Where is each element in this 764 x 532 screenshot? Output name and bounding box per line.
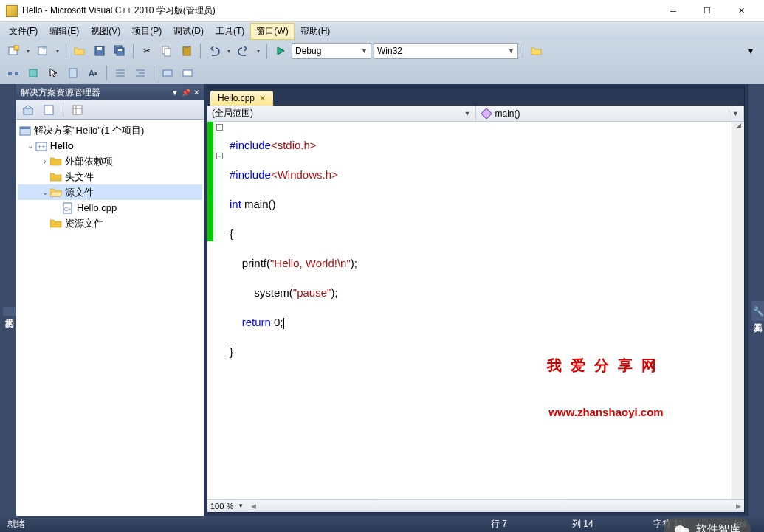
add-item-icon[interactable]: + <box>34 42 52 60</box>
svg-rect-28 <box>481 108 492 119</box>
expand-icon[interactable]: › <box>40 157 50 165</box>
tree-sources[interactable]: ⌄源文件 <box>18 184 202 200</box>
method-icon <box>481 108 492 120</box>
platform-combo[interactable]: Win32▼ <box>374 43 518 59</box>
dropdown-icon[interactable]: ▼ <box>255 49 262 54</box>
paste-icon[interactable] <box>178 42 196 60</box>
open-icon[interactable] <box>71 42 89 60</box>
folder-icon <box>50 171 62 183</box>
tree-ext-deps[interactable]: ›外部依赖项 <box>18 153 202 169</box>
svg-rect-8 <box>118 49 122 51</box>
tree-project[interactable]: ⌄++Hello <box>18 138 202 153</box>
folder-icon <box>50 218 62 229</box>
svg-rect-20 <box>44 106 53 114</box>
menu-tools[interactable]: 工具(T) <box>210 23 250 40</box>
class-view-icon[interactable] <box>4 64 22 82</box>
save-all-icon[interactable] <box>111 42 128 60</box>
menu-debug[interactable]: 调试(D) <box>168 23 210 40</box>
panel-title: 解决方案资源管理器 <box>21 86 100 99</box>
titlebar: Hello - Microsoft Visual C++ 2010 学习版(管理… <box>0 0 764 22</box>
dropdown-icon[interactable]: ▼ <box>225 49 233 54</box>
right-dock-toolbox[interactable]: 🔧工具箱 <box>748 84 764 516</box>
new-project-icon[interactable] <box>4 42 22 60</box>
editor-navbar: (全局范围)▼ main()▼ <box>207 106 744 122</box>
status-line: 行 7 <box>491 518 535 531</box>
svg-rect-21 <box>73 106 82 114</box>
show-all-icon[interactable] <box>40 101 58 119</box>
status-ready: 就绪 <box>7 518 52 531</box>
code-content[interactable]: #include<stdio.h> #include<Windows.h> in… <box>230 122 732 499</box>
svg-rect-23 <box>20 127 30 129</box>
indent-less-icon[interactable] <box>111 64 129 82</box>
svg-rect-10 <box>165 49 171 56</box>
find-icon[interactable] <box>528 42 546 60</box>
panel-header: 解决方案资源管理器 ▼ 📌 ✕ <box>16 84 204 100</box>
redo-icon[interactable] <box>235 42 252 60</box>
start-debug-icon[interactable] <box>272 42 289 60</box>
zoom-bar: 100 % ▼ ◀ ▶ <box>207 499 744 512</box>
member-combo[interactable]: main()▼ <box>476 106 745 121</box>
fold-margin[interactable]: - - <box>213 122 230 499</box>
dropdown-icon[interactable]: ▼ <box>24 49 32 54</box>
tree-resources[interactable]: 资源文件 <box>18 215 202 231</box>
config-combo[interactable]: Debug▼ <box>292 43 371 59</box>
folder-ref-icon <box>50 156 62 167</box>
cpp-file-icon: C+ <box>62 202 74 214</box>
overflow-icon[interactable]: ▾ <box>742 42 760 60</box>
editor-area: Hello.cpp✕ (全局范围)▼ main()▼ - - #include<… <box>207 87 745 513</box>
maximize-button[interactable]: ☐ <box>690 0 724 22</box>
tab-hello-cpp[interactable]: Hello.cpp✕ <box>210 91 273 106</box>
menu-project[interactable]: 项目(P) <box>126 23 168 40</box>
editor-tabs: Hello.cpp✕ <box>207 88 744 106</box>
project-icon: ++ <box>35 140 47 152</box>
menubar: 文件(F) 编辑(E) 视图(V) 项目(P) 调试(D) 工具(T) 窗口(W… <box>0 22 764 40</box>
panel-close-icon[interactable]: ✕ <box>193 89 199 97</box>
close-button[interactable]: ✕ <box>724 0 758 22</box>
scroll-right-icon[interactable]: ▶ <box>736 502 741 510</box>
tree-file-hello[interactable]: C+Hello.cpp <box>18 200 202 215</box>
left-dock-outline[interactable]: 文档大纲 <box>0 84 16 516</box>
solution-tree[interactable]: 解决方案"Hello"(1 个项目) ⌄++Hello ›外部依赖项 头文件 ⌄… <box>16 120 204 516</box>
cut-icon[interactable]: ✂ <box>138 42 156 60</box>
scroll-left-icon[interactable]: ◀ <box>251 502 256 510</box>
window-title: Hello - Microsoft Visual C++ 2010 学习版(管理… <box>22 4 656 17</box>
copy-icon[interactable] <box>158 42 176 60</box>
menu-view[interactable]: 视图(V) <box>85 23 126 40</box>
undo-icon[interactable] <box>205 42 223 60</box>
font-icon[interactable]: A▪ <box>84 64 102 82</box>
dropdown-icon[interactable]: ▼ <box>54 49 61 54</box>
tree-solution-root[interactable]: 解决方案"Hello"(1 个项目) <box>18 122 202 138</box>
tab-close-icon[interactable]: ✕ <box>259 94 266 103</box>
zoom-dropdown-icon[interactable]: ▼ <box>238 502 244 509</box>
vertical-scrollbar[interactable]: ◢ <box>732 122 744 499</box>
app-icon <box>6 5 18 17</box>
minimize-button[interactable]: ─ <box>656 0 690 22</box>
code-editor[interactable]: - - #include<stdio.h> #include<Windows.h… <box>207 122 744 499</box>
save-icon[interactable] <box>91 42 109 60</box>
bookmark-icon[interactable] <box>64 64 82 82</box>
menu-window[interactable]: 窗口(W) <box>250 23 294 40</box>
home-icon[interactable] <box>19 101 37 119</box>
cursor-icon[interactable] <box>44 64 62 82</box>
menu-edit[interactable]: 编辑(E) <box>44 23 85 40</box>
svg-rect-16 <box>69 69 77 77</box>
svg-rect-12 <box>185 46 189 48</box>
scope-combo[interactable]: (全局范围)▼ <box>207 106 476 121</box>
pin-icon[interactable]: 📌 <box>182 89 190 97</box>
object-icon[interactable] <box>24 64 42 82</box>
menu-file[interactable]: 文件(F) <box>3 23 44 40</box>
svg-rect-17 <box>163 70 172 76</box>
uncomment-icon[interactable] <box>179 64 196 82</box>
tree-headers[interactable]: 头文件 <box>18 169 202 184</box>
config-label: Debug <box>295 46 321 56</box>
panel-menu-icon[interactable]: ▼ <box>171 89 179 97</box>
collapse-icon[interactable]: ⌄ <box>25 142 35 150</box>
indent-more-icon[interactable] <box>131 64 149 82</box>
overlay-bubble: 软件智库 <box>664 518 751 532</box>
comment-icon[interactable] <box>159 64 176 82</box>
svg-rect-19 <box>24 108 32 114</box>
collapse-icon[interactable]: ⌄ <box>40 188 50 196</box>
properties-icon[interactable] <box>69 101 86 119</box>
svg-rect-1 <box>14 46 18 50</box>
menu-help[interactable]: 帮助(H) <box>295 23 337 40</box>
